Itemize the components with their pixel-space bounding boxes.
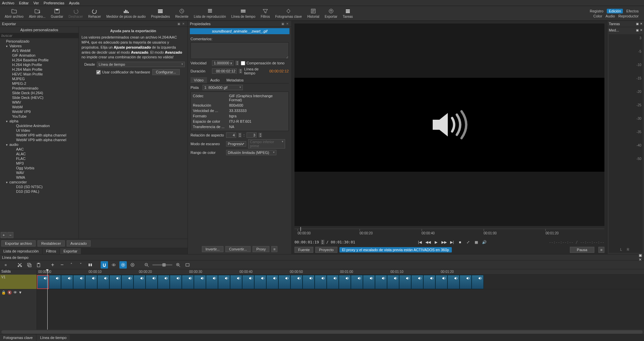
preset-item[interactable]: ALAC	[0, 152, 78, 156]
configure-button[interactable]: Configurar...	[152, 69, 180, 75]
timeline-clip[interactable]	[158, 275, 170, 289]
menu-ver[interactable]: Ver	[33, 1, 39, 5]
pause-button[interactable]: Pausa	[570, 247, 594, 253]
aspect-w-spinner[interactable]: ▴▾	[238, 133, 241, 137]
preset-item[interactable]: GIF Animation	[0, 53, 78, 58]
scrub-button[interactable]	[110, 261, 117, 269]
tl-menu-button[interactable]: ≡	[2, 261, 9, 269]
timeline-clip[interactable]	[387, 275, 399, 289]
toolbar-redo-button[interactable]: Rehacer	[86, 7, 104, 19]
toolbar-export-button[interactable]: Exportar	[322, 7, 340, 19]
aspect-h-spinner[interactable]: ▴▾	[259, 133, 262, 137]
convert-button[interactable]: Convertir...	[225, 246, 251, 252]
tab-video[interactable]: Vídeo	[191, 77, 207, 83]
timeline-clip[interactable]	[242, 275, 254, 289]
footer-tab-timeline[interactable]: Línea de tiempo	[37, 335, 70, 341]
timeline-clip[interactable]	[375, 275, 387, 289]
timeline-clip[interactable]	[278, 275, 290, 289]
timeline-scrollbar[interactable]	[0, 330, 644, 334]
timeline-clip[interactable]	[182, 275, 194, 289]
preset-item[interactable]: WebM VP9 with alpha channel	[0, 137, 78, 142]
view-reproductor[interactable]: Reproductor	[618, 14, 639, 18]
preset-item[interactable]: D10 (SD NTSC)	[0, 184, 78, 189]
preset-item[interactable]: AAC	[0, 147, 78, 152]
preset-item[interactable]: Ogg Vorbis	[0, 166, 78, 170]
toolbar-recent-button[interactable]: Reciente	[172, 7, 191, 19]
preset-item[interactable]: FLAC	[0, 156, 78, 161]
preset-item[interactable]: YouTube	[0, 114, 78, 119]
preset-item[interactable]: Ut Video	[0, 128, 78, 133]
timeline-clip[interactable]	[194, 275, 206, 289]
timeline-clip[interactable]	[339, 275, 351, 289]
ripple-button[interactable]	[119, 261, 127, 269]
preset-item[interactable]: D10 (SD PAL)	[0, 189, 78, 194]
zoom-slider[interactable]	[152, 264, 172, 266]
timeline-ruler[interactable]: 00:00:0000:00:1000:00:2000:00:3000:00:40…	[37, 269, 644, 275]
from-select[interactable]: Línea de tiempo	[97, 62, 185, 67]
timeline-clip[interactable]	[254, 275, 266, 289]
mode-edicion[interactable]: Edición	[607, 9, 623, 13]
timeline-clip[interactable]	[206, 275, 218, 289]
menu-editar[interactable]: Editar	[19, 1, 29, 5]
panel-float-icon[interactable]: ▣	[281, 22, 285, 26]
timeline-clip[interactable]	[447, 275, 460, 289]
stop-button[interactable]: ■	[457, 239, 463, 245]
timeline-clip[interactable]	[351, 275, 363, 289]
toolbar-jobs-button[interactable]: Tareas	[340, 7, 356, 19]
preset-item[interactable]: H.264 Main Profile	[0, 67, 78, 72]
toolbar-save-button[interactable]: Guardar	[48, 7, 66, 19]
preview-ruler[interactable]: 00:00:0000:00:2000:00:4000:01:0000:01:20	[294, 229, 604, 239]
zoom-fit-button[interactable]	[184, 261, 191, 269]
mode-efectos[interactable]: Efectos	[626, 9, 639, 13]
hw-encoder-checkbox[interactable]: Usar codificador de hardware	[96, 70, 150, 74]
toolbar-open-button[interactable]: Abrir archivo	[2, 7, 26, 19]
preset-item[interactable]: WMA	[0, 175, 78, 180]
track-v1-header[interactable]: V1	[0, 275, 37, 289]
timeline-clip[interactable]	[97, 275, 109, 289]
timeline-clip[interactable]	[61, 275, 73, 289]
toolbar-undo-button[interactable]: Deshacer	[66, 7, 86, 19]
preset-item[interactable]: camcorder	[0, 180, 78, 184]
timeline-clip[interactable]	[266, 275, 278, 289]
reverse-button[interactable]: Invertir...	[202, 246, 223, 252]
timeline-clip[interactable]	[218, 275, 230, 289]
tab-playlist[interactable]: Lista de reproducción	[0, 248, 42, 254]
pitch-checkbox[interactable]: Compensación de tono	[241, 61, 284, 65]
timeline-clip[interactable]	[230, 275, 242, 289]
source-tab[interactable]: Fuente	[294, 247, 313, 253]
toolbar-history-button[interactable]: Historial	[305, 7, 322, 19]
timeline-clip[interactable]	[327, 275, 339, 289]
timeline-clip[interactable]	[133, 275, 146, 289]
preset-item[interactable]: HEVC Main Profile	[0, 72, 78, 76]
overwrite-button[interactable]: ˅	[77, 261, 85, 269]
preset-item[interactable]: Slide Deck (H.264)	[0, 91, 78, 95]
ripple-all-button[interactable]	[129, 261, 136, 269]
preset-tree[interactable]: PersonalizadoValoresAV1 WebMGIF Animatio…	[0, 38, 78, 231]
preset-item[interactable]: WebM VP9	[0, 109, 78, 114]
panel-float-icon[interactable]: ▣	[177, 22, 181, 26]
panel-close-icon[interactable]: ✕	[181, 22, 185, 26]
remove-button[interactable]: −	[58, 261, 66, 269]
time-spinner[interactable]: ▴▾	[321, 240, 324, 244]
zoom-in-button[interactable]	[174, 261, 182, 269]
play-button[interactable]: ▶	[433, 239, 439, 245]
preset-item[interactable]: AV1 WebM	[0, 48, 78, 53]
append-button[interactable]: +	[49, 261, 56, 269]
timeline-clip[interactable]	[315, 275, 327, 289]
timeline-track-v1[interactable]	[37, 275, 644, 289]
track-hide-icon[interactable]: 👁	[13, 290, 17, 294]
jobs-tab[interactable]: Tareas▣ ✕	[607, 21, 644, 27]
preset-item[interactable]: MP3	[0, 161, 78, 166]
next-frame-button[interactable]: ▶▶	[441, 239, 447, 245]
tab-audio[interactable]: Audio	[207, 77, 223, 83]
preset-item[interactable]: Quicktime Animation	[0, 123, 78, 128]
preset-item[interactable]: WebM VP8 with alpha channel	[0, 133, 78, 137]
preset-search-input[interactable]	[0, 33, 78, 38]
timeline-clip[interactable]	[146, 275, 158, 289]
tab-export[interactable]: Exportar	[60, 248, 81, 254]
preset-item[interactable]: alpha	[0, 119, 78, 123]
preset-item[interactable]: H.264 Baseline Profile	[0, 58, 78, 62]
timeline-clip[interactable]	[85, 275, 97, 289]
preset-item[interactable]: WMV	[0, 100, 78, 105]
preset-item[interactable]: WebM	[0, 105, 78, 109]
